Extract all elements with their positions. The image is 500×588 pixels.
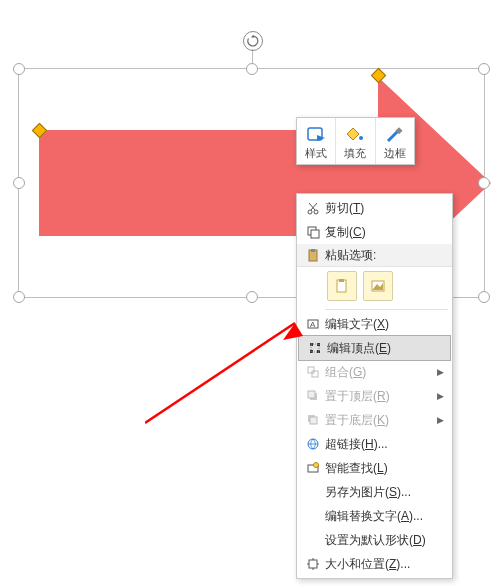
- svg-rect-13: [339, 279, 344, 282]
- svg-rect-11: [311, 249, 315, 252]
- chevron-right-icon: ▶: [437, 391, 444, 401]
- resize-handle-n[interactable]: [246, 63, 258, 75]
- svg-line-32: [145, 323, 295, 423]
- menu-edit-points[interactable]: 编辑顶点(E): [298, 335, 451, 361]
- chevron-right-icon: ▶: [437, 415, 444, 425]
- send-back-icon: [301, 413, 325, 427]
- resize-handle-w[interactable]: [13, 177, 25, 189]
- paste-icon: [301, 248, 325, 262]
- outline-icon: [376, 124, 414, 146]
- svg-point-6: [308, 210, 312, 214]
- smart-lookup-icon: [301, 461, 325, 475]
- shape-outline-button[interactable]: 边框: [376, 118, 414, 164]
- svg-point-30: [314, 463, 319, 468]
- mini-format-toolbar: 样式 填充 边框: [296, 117, 415, 165]
- svg-rect-22: [308, 367, 314, 373]
- resize-handle-s[interactable]: [246, 291, 258, 303]
- paste-options-row: [297, 267, 452, 307]
- menu-paste-section: 粘贴选项:: [297, 244, 452, 267]
- context-menu: 剪切(T) 复制(C) 粘贴选项: A 编辑文: [296, 193, 453, 579]
- menu-set-default-shape[interactable]: 设置为默认形状(D): [297, 528, 452, 552]
- svg-point-7: [314, 210, 318, 214]
- style-icon: [297, 124, 335, 146]
- svg-rect-25: [308, 391, 315, 398]
- svg-text:A: A: [310, 320, 316, 329]
- menu-group: 组合(G) ▶: [297, 360, 452, 384]
- svg-rect-23: [312, 371, 318, 377]
- paste-option-picture[interactable]: [363, 271, 393, 301]
- menu-send-back: 置于底层(K) ▶: [297, 408, 452, 432]
- menu-save-as-picture[interactable]: 另存为图片(S)...: [297, 480, 452, 504]
- hyperlink-icon: [301, 437, 325, 451]
- resize-handle-se[interactable]: [478, 291, 490, 303]
- menu-cut[interactable]: 剪切(T): [297, 196, 452, 220]
- menu-smart-lookup[interactable]: 智能查找(L): [297, 456, 452, 480]
- copy-icon: [301, 225, 325, 239]
- menu-copy[interactable]: 复制(C): [297, 220, 452, 244]
- cut-icon: [301, 201, 325, 215]
- svg-rect-27: [310, 417, 317, 424]
- resize-handle-sw[interactable]: [13, 291, 25, 303]
- menu-hyperlink[interactable]: 超链接(H)...: [297, 432, 452, 456]
- svg-point-4: [359, 136, 363, 140]
- svg-rect-31: [309, 560, 317, 568]
- resize-handle-nw[interactable]: [13, 63, 25, 75]
- annotation-arrow: [145, 318, 315, 428]
- paste-option-keep-source[interactable]: [327, 271, 357, 301]
- resize-handle-e[interactable]: [478, 177, 490, 189]
- edit-text-icon: A: [301, 317, 325, 331]
- group-icon: [301, 365, 325, 379]
- menu-bring-front: 置于顶层(R) ▶: [297, 384, 452, 408]
- menu-edit-text[interactable]: A 编辑文字(X): [297, 312, 452, 336]
- svg-rect-9: [311, 230, 319, 238]
- shape-fill-button[interactable]: 填充: [336, 118, 375, 164]
- menu-alt-text[interactable]: 编辑替换文字(A)...: [297, 504, 452, 528]
- fill-icon: [336, 124, 374, 146]
- menu-size-position[interactable]: 大小和位置(Z)...: [297, 552, 452, 576]
- size-position-icon: [301, 557, 325, 571]
- edit-points-icon: [303, 341, 327, 355]
- shape-style-button[interactable]: 样式: [297, 118, 336, 164]
- bring-front-icon: [301, 389, 325, 403]
- resize-handle-ne[interactable]: [478, 63, 490, 75]
- chevron-right-icon: ▶: [437, 367, 444, 377]
- rotate-handle[interactable]: [243, 31, 263, 51]
